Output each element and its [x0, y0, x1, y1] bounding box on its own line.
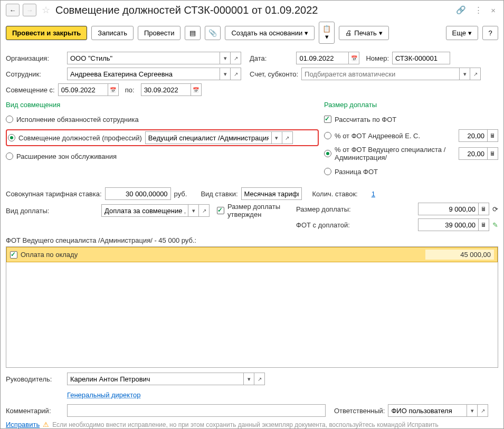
supplement-title: Размер доплаты	[324, 101, 498, 109]
post-close-button[interactable]: Провести и закрыть	[6, 26, 87, 40]
radio-pct-position-label: % от ФОТ Ведущего специалиста /Администр…	[335, 146, 455, 161]
pct-position-input[interactable]	[459, 147, 488, 160]
position-input[interactable]	[145, 131, 272, 144]
rate-unit: руб.	[174, 190, 187, 198]
suppl-type-dropdown[interactable]	[188, 204, 199, 217]
date-label: Дата:	[250, 54, 267, 62]
fot-total-input[interactable]	[418, 218, 479, 231]
print-button[interactable]: 🖨 Печать ▾	[339, 26, 389, 40]
date-to-calendar[interactable]	[191, 83, 202, 96]
radio-diff[interactable]	[324, 168, 331, 175]
org-label: Организация:	[6, 54, 64, 62]
combination-title: Вид совмещения	[6, 101, 319, 109]
check-approved[interactable]	[217, 207, 224, 214]
post-button[interactable]: Провести	[138, 26, 181, 40]
row-check[interactable]	[10, 251, 17, 259]
copy-button[interactable]: 📋▾	[319, 22, 335, 44]
fix-link[interactable]: Исправить	[6, 421, 40, 428]
help-button[interactable]: ?	[482, 26, 498, 40]
manager-label: Руководитель:	[6, 375, 64, 383]
radio-duties-label: Исполнение обязанностей сотрудника	[16, 116, 139, 123]
rate-type-input[interactable]	[241, 187, 302, 200]
date-from-input[interactable]	[58, 83, 108, 96]
radio-positions[interactable]	[8, 134, 15, 141]
org-input[interactable]	[67, 52, 220, 64]
responsible-input[interactable]	[388, 404, 467, 417]
date-input[interactable]	[296, 52, 349, 64]
radio-pct-position[interactable]	[324, 150, 331, 157]
employee-input[interactable]	[67, 68, 220, 80]
forward-button[interactable]: →	[23, 4, 36, 16]
pct-position-calc[interactable]	[488, 147, 498, 160]
radio-pct-employee-label: % от ФОТ Андреевой Е. С.	[335, 132, 455, 140]
fot-total-label: ФОТ с доплатой:	[296, 221, 354, 229]
attach-button[interactable]: 📎	[205, 26, 221, 40]
count-label: Колич. ставок:	[312, 190, 358, 198]
employee-open[interactable]	[231, 68, 241, 80]
fot-title: ФОТ Ведущего специалиста /Администрация/…	[6, 236, 498, 244]
check-calc-fot[interactable]	[324, 116, 331, 123]
org-open[interactable]	[231, 52, 241, 64]
check-approved-label: Размер доплаты утвержден	[227, 203, 286, 218]
report-button[interactable]: ▤	[185, 26, 201, 40]
radio-pct-employee[interactable]	[324, 132, 331, 139]
suppl-type-label: Вид доплаты:	[6, 207, 98, 215]
number-label: Номер:	[366, 54, 389, 62]
responsible-dropdown[interactable]	[467, 404, 478, 417]
radio-duties[interactable]	[6, 116, 13, 123]
check-calc-fot-label: Рассчитать по ФОТ	[335, 116, 396, 123]
fot-total-calc[interactable]	[479, 218, 489, 231]
position-open[interactable]	[282, 131, 293, 144]
manager-position-link[interactable]: Генеральный директор	[67, 391, 140, 399]
menu-icon[interactable]: ⋮	[472, 5, 485, 15]
suppl-size-input[interactable]	[418, 203, 479, 215]
account-open[interactable]	[470, 68, 481, 80]
page-title: Совмещение должностей СТЗК-000001 от 01.…	[55, 4, 450, 16]
comment-input[interactable]	[67, 404, 326, 417]
employee-dropdown[interactable]	[220, 68, 231, 80]
to-label: по:	[125, 86, 135, 94]
fot-table: Оплата по окладу 45 000,00	[6, 246, 498, 368]
row-label: Оплата по окладу	[21, 251, 78, 259]
pct-employee-calc[interactable]	[488, 129, 498, 142]
radio-zones[interactable]	[6, 152, 13, 160]
date-from-calendar[interactable]	[108, 83, 119, 96]
warning-text: Если необходимо внести исправление, но п…	[52, 421, 439, 428]
account-label: Счет, субконто:	[250, 70, 298, 78]
responsible-open[interactable]	[478, 404, 488, 417]
table-row[interactable]: Оплата по окладу 45 000,00	[6, 247, 498, 262]
account-input[interactable]	[301, 68, 460, 80]
favorite-icon[interactable]: ☆	[42, 4, 50, 16]
rate-type-label: Вид ставки:	[201, 190, 237, 198]
radio-zones-label: Расширение зон обслуживания	[16, 152, 117, 160]
link-icon[interactable]: 🔗	[453, 5, 469, 15]
number-input[interactable]	[392, 52, 450, 64]
org-dropdown[interactable]	[220, 52, 231, 64]
pencil-icon[interactable]: ✎	[492, 221, 498, 229]
refresh-icon[interactable]: ⟳	[492, 205, 498, 213]
suppl-type-input[interactable]	[101, 204, 188, 217]
account-dropdown[interactable]	[460, 68, 470, 80]
manager-input[interactable]	[67, 373, 244, 385]
manager-open[interactable]	[254, 373, 265, 385]
date-to-input[interactable]	[141, 83, 191, 96]
manager-dropdown[interactable]	[244, 373, 254, 385]
rate-label: Совокупная тарифная ставка:	[6, 190, 102, 198]
pct-employee-input[interactable]	[459, 129, 488, 142]
rate-input[interactable]	[105, 187, 171, 200]
responsible-label: Ответственный:	[334, 407, 385, 415]
count-link[interactable]: 1	[372, 190, 375, 198]
create-based-button[interactable]: Создать на основании ▾	[225, 26, 315, 40]
combine-from-label: Совмещение с:	[6, 86, 55, 94]
more-button[interactable]: Еще ▾	[446, 26, 478, 40]
suppl-type-open[interactable]	[199, 204, 210, 217]
back-button[interactable]: ←	[6, 4, 20, 16]
warning-icon: ⚠	[43, 421, 49, 428]
position-dropdown[interactable]	[272, 131, 282, 144]
radio-positions-label: Совмещение должностей (профессий)	[18, 134, 142, 142]
save-button[interactable]: Записать	[91, 26, 134, 40]
close-icon[interactable]: ×	[488, 6, 498, 15]
suppl-size-calc[interactable]	[479, 203, 489, 215]
comment-label: Комментарий:	[6, 407, 64, 415]
date-calendar[interactable]	[349, 52, 359, 64]
